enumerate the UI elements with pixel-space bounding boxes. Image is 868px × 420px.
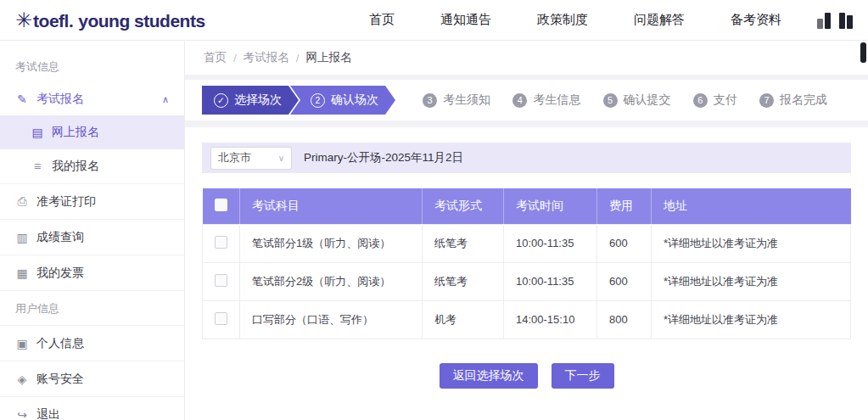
cell-fee: 800 <box>597 300 652 339</box>
check-icon: ✓ <box>214 93 228 108</box>
sidebar-item-personal-info[interactable]: ▣ 个人信息 <box>0 325 184 361</box>
id-card-icon: ▣ <box>15 337 29 350</box>
col-fee: 费用 <box>597 188 652 224</box>
step-label: 考生信息 <box>533 92 580 108</box>
sidebar-item-my-invoices[interactable]: ▦ 我的发票 <box>0 255 184 290</box>
session-name: Primary-公开场-2025年11月2日 <box>304 150 463 165</box>
nav-home[interactable]: 首页 <box>369 12 395 28</box>
cell-subject: 笔试部分1级（听力、阅读） <box>240 224 423 262</box>
chevron-down-icon: ∨ <box>278 154 284 163</box>
main-content: 首页 / 考试报名 / 网上报名 ✓ 选择场次 2 确认场次 3 <box>185 41 868 420</box>
row-checkbox[interactable] <box>215 236 227 249</box>
nav-notices[interactable]: 通知通告 <box>440 12 491 28</box>
cell-fee: 600 <box>597 224 652 262</box>
row-checkbox[interactable] <box>215 312 227 325</box>
breadcrumb: 首页 / 考试报名 / 网上报名 <box>185 41 868 75</box>
back-to-session-select-button[interactable]: 返回选择场次 <box>440 363 538 389</box>
cell-address: *详细地址以准考证为准 <box>652 300 851 339</box>
step-registration-complete: 7 报名完成 <box>759 92 827 108</box>
sidebar-item-label: 网上报名 <box>52 125 99 140</box>
step-select-session[interactable]: ✓ 选择场次 <box>202 86 299 115</box>
logout-icon: ↪ <box>15 408 29 420</box>
sidebar-section-exam-info: 考试信息 <box>0 49 184 83</box>
breadcrumb-home[interactable]: 首页 <box>204 50 227 65</box>
city-select-value: 北京市 <box>218 150 251 165</box>
step-payment: 6 支付 <box>693 92 737 108</box>
step-number: 3 <box>423 93 437 108</box>
sidebar-item-my-registrations[interactable]: ≡ 我的报名 <box>0 149 184 183</box>
cell-subject: 口写部分（口语、写作） <box>240 300 423 339</box>
step-number: 7 <box>759 93 774 108</box>
nav-faq[interactable]: 问题解答 <box>634 12 685 28</box>
document-icon: ▤ <box>31 126 44 139</box>
nav-policies[interactable]: 政策制度 <box>537 12 588 28</box>
sidebar: 考试信息 ✎ 考试报名 ∧ ▤ 网上报名 ≡ 我的报名 ⎙ 准考证打印 ▥ 成绩… <box>0 41 185 420</box>
table-row: 笔试部分1级（听力、阅读） 纸笔考 10:00-11:35 600 *详细地址以… <box>203 224 851 262</box>
top-nav: 首页 通知通告 政策制度 问题解答 备考资料 <box>369 12 781 28</box>
step-number: 2 <box>311 93 325 108</box>
main-layout: 考试信息 ✎ 考试报名 ∧ ▤ 网上报名 ≡ 我的报名 ⎙ 准考证打印 ▥ 成绩… <box>0 41 868 420</box>
cell-subject: 笔试部分2级（听力、阅读） <box>240 262 423 300</box>
sidebar-item-print-admission-ticket[interactable]: ⎙ 准考证打印 <box>0 183 184 219</box>
sidebar-item-account-security[interactable]: ◈ 账号安全 <box>0 361 184 396</box>
cell-fee: 600 <box>597 262 652 300</box>
step-candidate-info: 4 考生信息 <box>512 92 580 108</box>
stats-icon-1[interactable] <box>817 12 831 29</box>
steps-bar: ✓ 选择场次 2 确认场次 3 考生须知 4 考生信息 <box>185 80 868 120</box>
chevron-up-icon: ∧ <box>162 94 169 105</box>
step-label: 确认场次 <box>331 92 378 108</box>
logo-asterisk-icon: ✳ <box>15 8 32 32</box>
logo[interactable]: ✳ toefl. young students <box>15 8 205 32</box>
step-label: 支付 <box>714 92 737 108</box>
col-subject: 考试科目 <box>240 188 423 224</box>
cell-mode: 纸笔考 <box>423 224 504 262</box>
nav-prep-materials[interactable]: 备考资料 <box>731 12 781 28</box>
printer-icon: ⎙ <box>15 194 29 209</box>
sidebar-item-label: 成绩查询 <box>36 230 84 245</box>
step-number: 5 <box>603 93 618 108</box>
step-confirm-submit: 5 确认提交 <box>603 92 671 108</box>
step-label: 报名完成 <box>780 92 827 108</box>
cell-time: 10:00-11:35 <box>504 262 597 300</box>
score-report-icon: ▥ <box>15 231 29 244</box>
col-time: 考试时间 <box>504 188 597 224</box>
sidebar-section-user-info: 用户信息 <box>0 290 184 325</box>
cell-address: *详细地址以准考证为准 <box>652 224 851 262</box>
list-icon: ≡ <box>31 160 44 173</box>
pending-steps: 3 考生须知 4 考生信息 5 确认提交 6 支付 <box>395 92 851 108</box>
cell-time: 10:00-11:35 <box>504 224 597 262</box>
breadcrumb-exam-registration[interactable]: 考试报名 <box>244 50 289 65</box>
checkbox-cell <box>203 300 240 339</box>
step-number: 4 <box>512 93 527 108</box>
session-bar: 北京市 ∨ Primary-公开场-2025年11月2日 <box>202 143 851 173</box>
logo-text: toefl. <box>33 11 73 31</box>
sidebar-item-label: 准考证打印 <box>36 194 96 210</box>
sidebar-item-label: 考试报名 <box>36 92 84 107</box>
header-icons <box>817 12 853 29</box>
checkbox-cell <box>203 262 240 300</box>
next-step-button[interactable]: 下一步 <box>552 363 614 389</box>
invoice-icon: ▦ <box>15 266 29 280</box>
sidebar-item-label: 我的报名 <box>52 159 99 174</box>
content-card: 北京市 ∨ Primary-公开场-2025年11月2日 <box>185 127 868 420</box>
table-row: 口写部分（口语、写作） 机考 14:00-15:10 800 *详细地址以准考证… <box>203 300 851 339</box>
city-select[interactable]: 北京市 ∨ <box>210 147 292 170</box>
sidebar-item-score-query[interactable]: ▥ 成绩查询 <box>0 219 184 255</box>
cell-mode: 机考 <box>423 300 504 339</box>
stats-icon-2[interactable] <box>839 12 853 29</box>
step-number: 6 <box>693 93 708 108</box>
step-confirm-session[interactable]: 2 确认场次 <box>290 86 395 115</box>
table-header-row: 考试科目 考试形式 考试时间 费用 地址 <box>203 188 851 224</box>
row-checkbox[interactable] <box>215 274 227 287</box>
col-mode: 考试形式 <box>423 188 504 224</box>
sidebar-item-logout[interactable]: ↪ 退出 <box>0 396 184 420</box>
sidebar-item-online-registration[interactable]: ▤ 网上报名 <box>0 115 184 149</box>
select-all-checkbox[interactable] <box>215 199 227 211</box>
sidebar-item-label: 账号安全 <box>36 372 84 387</box>
breadcrumb-current: 网上报名 <box>306 50 352 65</box>
sidebar-item-exam-registration[interactable]: ✎ 考试报名 ∧ <box>0 83 184 115</box>
scrollbar-thumb[interactable] <box>860 42 866 63</box>
action-buttons: 返回选择场次 下一步 <box>202 363 851 389</box>
checkbox-cell <box>203 224 240 262</box>
step-candidate-notice: 3 考生须知 <box>423 92 490 108</box>
